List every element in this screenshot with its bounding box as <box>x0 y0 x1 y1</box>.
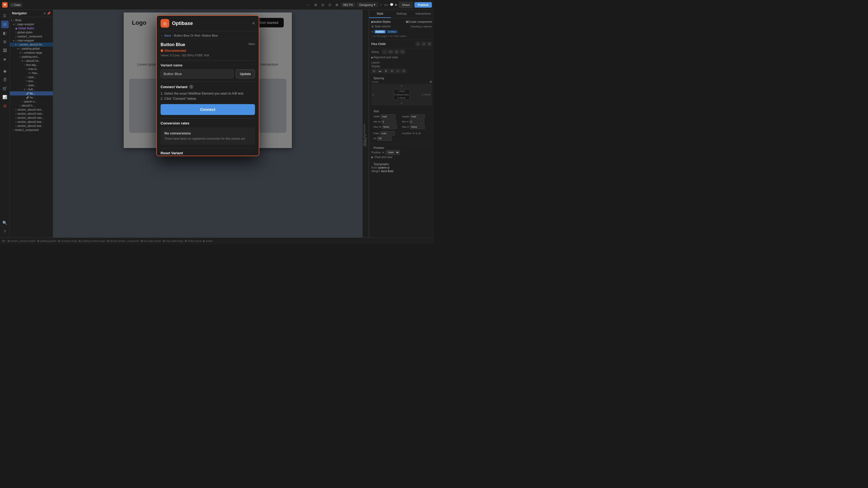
tab-interactions[interactable]: Interactions <box>412 10 434 18</box>
navigator-icon[interactable]: ☰ <box>1 12 9 20</box>
min-h-input[interactable] <box>409 120 424 124</box>
nav-item-main-wrapper[interactable]: ▾ □ main-wrapper <box>10 38 53 42</box>
max-h-input[interactable] <box>410 125 425 129</box>
preview-icon[interactable]: ▶ <box>395 3 397 6</box>
nav-item-body[interactable]: ▾ □ Body <box>10 18 53 22</box>
publish-button[interactable]: Publish <box>414 2 432 8</box>
interactions-icon[interactable]: ◉ <box>1 67 9 75</box>
pages-icon[interactable]: ◧ <box>1 29 9 37</box>
badge-is-blue[interactable]: is-blue <box>386 30 398 33</box>
nav-item-bu-2[interactable]: 🔗 bu... <box>10 95 53 99</box>
sizing-stretch-btn[interactable]: ⟺ <box>388 50 393 54</box>
display-block-btn[interactable]: ▬ <box>377 69 383 73</box>
margin-left[interactable]: 0 <box>372 93 374 96</box>
bottom-item-button-group[interactable]: button-group <box>185 240 202 242</box>
bottom-item-component[interactable]: about2-header_component <box>107 240 139 242</box>
nav-item-footer[interactable]: □ footer1_component <box>10 128 53 132</box>
margin-right[interactable]: 0.75rem <box>422 93 431 96</box>
nav-item-hea[interactable]: H1 Hea... <box>10 71 53 75</box>
flex-child-grow-icon[interactable]: ↗ <box>421 41 426 46</box>
bottom-item-max-width[interactable]: max-width-large <box>163 240 183 242</box>
display-inline-btn[interactable]: ▷ <box>395 69 401 73</box>
comment-icon[interactable]: 💬 <box>390 3 394 6</box>
seo-icon[interactable]: 📊 <box>1 93 9 101</box>
layers-icon[interactable]: ⊟ <box>1 21 9 28</box>
flex-child-close-icon[interactable]: ✕ <box>427 41 432 46</box>
update-button[interactable]: Update <box>236 69 255 78</box>
help-icon[interactable]: ? <box>1 228 9 235</box>
fit-input[interactable] <box>377 136 392 141</box>
nav-item-global-styles[interactable]: ◉ Global Styles <box>10 26 53 30</box>
logic-icon[interactable]: ◈ <box>1 55 9 63</box>
bottom-item-text-align[interactable]: text-align-center <box>141 240 161 242</box>
max-w-input[interactable] <box>382 125 397 129</box>
code-icon[interactable]: </> <box>384 3 388 6</box>
nav-item-section-about2[interactable]: ▾ □ section_about2-he... <box>10 42 53 46</box>
create-component-label[interactable]: Create component <box>408 20 432 23</box>
nav-item-bu-active[interactable]: 🔗 bu... <box>10 91 53 95</box>
connect-button[interactable]: Connect <box>161 104 255 115</box>
nav-item-section-visic[interactable]: □ section_about2-visic... <box>10 112 53 116</box>
nav-item-section-test[interactable]: □ section_about2-test... <box>10 124 53 128</box>
display-more-btn[interactable]: ✕ <box>401 69 407 73</box>
nav-close-icon[interactable]: ✕ <box>43 12 46 15</box>
tab-settings[interactable]: Settings <box>391 10 412 18</box>
share-button[interactable]: Share <box>399 2 413 8</box>
nav-item-about2-h[interactable]: □ about2-h... <box>10 104 53 108</box>
ratio-input[interactable] <box>380 131 395 135</box>
margin-bottom[interactable]: 0 <box>401 102 402 104</box>
bottom-item-padding-global[interactable]: padding-global <box>37 240 56 242</box>
bottom-item-padding-section[interactable]: padding-section-large <box>79 240 105 242</box>
breadcrumb-back-link[interactable]: ← Back <box>161 34 171 37</box>
nav-item-padding-sect[interactable]: □ padding-sect... <box>10 55 53 59</box>
mobile-landscape-icon[interactable]: ⊡ <box>328 2 332 7</box>
nav-item-spacer-x[interactable]: □ spacer-x... <box>10 99 53 104</box>
tablet-icon[interactable]: ⊟ <box>320 2 325 7</box>
ecommerce-icon[interactable]: 🛒 <box>1 85 9 92</box>
bottom-item-container[interactable]: container-large <box>58 240 77 242</box>
nav-item-navbar[interactable]: □ navbar1_component <box>10 34 53 38</box>
nav-item-max-w[interactable]: □ max-w... <box>10 67 53 71</box>
info-icon[interactable]: i <box>189 85 193 89</box>
modal-close-button[interactable]: × <box>252 21 255 26</box>
nav-item-butt-group[interactable]: ▾ □ butt... <box>10 87 53 91</box>
display-flex-btn[interactable]: ⊞ <box>383 69 389 73</box>
width-input[interactable] <box>380 115 396 119</box>
padding-top[interactable]: 1.5rem <box>398 90 405 93</box>
min-w-input[interactable] <box>381 120 396 124</box>
search-icon[interactable]: 🔍 <box>1 219 9 227</box>
nav-item-text-alig[interactable]: □ text-alig... <box>10 63 53 67</box>
nav-item-global-styles-elem[interactable]: □ global-styles <box>10 30 53 34</box>
sizing-shrink-btn[interactable]: ↔ <box>382 50 388 54</box>
assets-icon[interactable]: 🖼 <box>1 46 9 54</box>
nav-item-container[interactable]: ▾ □ container-large <box>10 51 53 55</box>
variant-name-input[interactable] <box>161 69 234 78</box>
nav-item-page-wrapper[interactable]: ▾ □ page-wrapper <box>10 22 53 26</box>
height-input[interactable] <box>410 115 425 119</box>
desktop-icon[interactable]: ⊞ <box>313 2 318 7</box>
nav-item-section-valu[interactable]: □ section_about2-valu... <box>10 116 53 120</box>
badge-button[interactable]: button <box>375 30 385 33</box>
cms-icon[interactable]: 🗄 <box>1 76 9 84</box>
more-icon[interactable]: ⋯ <box>306 2 311 7</box>
mobile-icon[interactable]: ⊠ <box>335 2 339 7</box>
bottom-item-section-header[interactable]: section_about2-header <box>8 240 35 242</box>
sizing-close-btn[interactable]: ✕ <box>400 50 405 54</box>
padding-left[interactable]: 0.75rem <box>394 94 402 96</box>
display-grid-btn[interactable]: ⊟ <box>389 69 395 73</box>
flex-child-shrink-icon[interactable]: ↙ <box>415 41 421 46</box>
bottom-item-button[interactable]: ▶ button <box>203 240 213 242</box>
optibase-icon[interactable]: ◎ <box>1 102 9 109</box>
nav-pin-icon[interactable]: 📌 <box>47 12 51 15</box>
nav-item-about2-he[interactable]: ▾ □ about2-he... <box>10 59 53 63</box>
position-type-select[interactable]: Static <box>385 150 400 155</box>
nav-item-padding-global[interactable]: ▾ □ padding-global <box>10 46 53 51</box>
tab-style[interactable]: Style <box>369 10 391 18</box>
padding-bottom[interactable]: 0.75rem <box>398 97 405 99</box>
nav-item-text-p[interactable]: P text-... <box>10 79 53 83</box>
design-mode[interactable]: Designing ▾ <box>357 2 378 7</box>
webflow-logo[interactable]: W <box>2 2 8 8</box>
components-icon[interactable]: ⊞ <box>1 38 9 45</box>
sizing-custom-btn[interactable]: ⊡ <box>394 50 399 54</box>
project-name[interactable]: □ Data <box>9 2 23 7</box>
